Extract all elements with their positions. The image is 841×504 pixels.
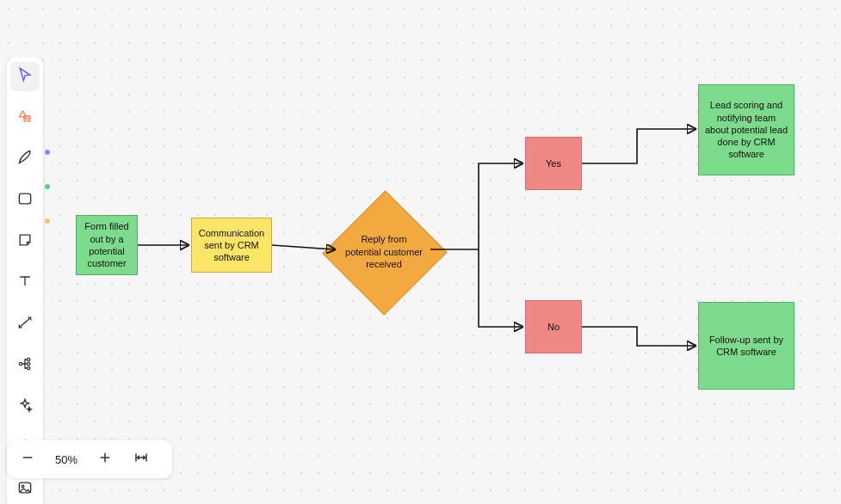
text-tool[interactable] [10, 268, 40, 298]
shapes-tool[interactable] [10, 103, 40, 132]
zoom-fit-button[interactable] [126, 444, 157, 475]
svg-point-1 [19, 362, 22, 365]
ai-tool[interactable] [10, 392, 40, 421]
mindmap-icon [16, 355, 34, 376]
image-tool[interactable] [10, 475, 40, 504]
minus-icon [20, 450, 35, 469]
node-communication[interactable]: Communication sent by CRM software [191, 218, 272, 273]
pen-color-indicator [45, 150, 50, 155]
rect-color-indicator [45, 184, 50, 189]
node-followup[interactable]: Follow-up sent by CRM software [698, 302, 795, 390]
svg-point-4 [28, 366, 30, 369]
pointer-tool[interactable] [10, 62, 40, 91]
node-form[interactable]: Form filled out by a potential customer [76, 215, 138, 275]
sticky-note-tool[interactable] [10, 227, 40, 256]
pen-icon [16, 149, 34, 169]
node-label: No [547, 321, 560, 333]
node-label: Lead scoring and notifying team about po… [704, 99, 788, 160]
node-lead-scoring[interactable]: Lead scoring and notifying team about po… [698, 84, 795, 175]
text-icon [16, 273, 34, 293]
connector-tool[interactable] [10, 310, 40, 339]
node-label: Reply from potential customer received [345, 233, 423, 272]
zoom-out-button[interactable] [12, 444, 43, 475]
pointer-icon [16, 66, 34, 87]
node-yes[interactable]: Yes [525, 137, 582, 190]
svg-point-7 [22, 485, 24, 488]
fit-width-icon [133, 450, 149, 469]
pen-tool[interactable] [10, 144, 40, 174]
node-label: Form filled out by a potential customer [82, 220, 132, 269]
connector-icon [16, 314, 34, 335]
sparkle-icon [16, 396, 34, 417]
sticky-color-indicator [45, 218, 50, 224]
svg-point-3 [28, 362, 30, 365]
svg-point-2 [28, 358, 30, 360]
sticky-note-icon [16, 231, 34, 252]
rectangle-icon [16, 190, 34, 211]
rectangle-tool[interactable] [10, 186, 40, 215]
image-icon [16, 479, 34, 500]
svg-rect-0 [19, 194, 30, 204]
zoom-controls: 50% [7, 440, 172, 478]
toolbar [7, 57, 43, 504]
plus-icon [97, 450, 113, 469]
node-label: Yes [546, 157, 561, 169]
node-no[interactable]: No [525, 300, 582, 353]
node-label: Follow-up sent by CRM software [704, 334, 788, 359]
zoom-in-button[interactable] [90, 444, 121, 475]
zoom-percent-label[interactable]: 50% [48, 453, 84, 466]
shapes-icon [16, 108, 34, 128]
node-label: Communication sent by CRM software [197, 227, 266, 264]
mindmap-tool[interactable] [10, 351, 40, 380]
node-reply-decision[interactable]: Reply from potential customer received [341, 187, 427, 317]
